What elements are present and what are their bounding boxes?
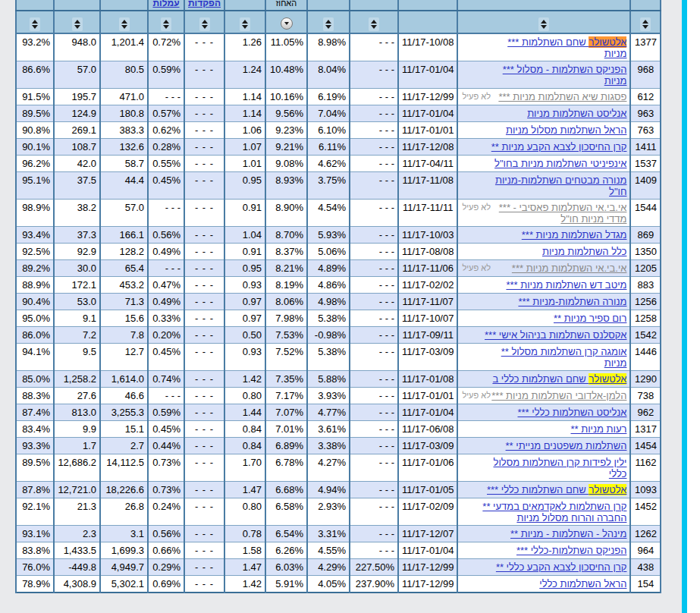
fund-link[interactable]: קרן החיסכון לצבא הקבע כללי ** [496,561,627,573]
fund-link[interactable]: כלל השתלמות מניות [542,246,627,257]
cell-id: 962 [630,404,661,421]
cell-c6: 1.70 [224,454,265,482]
cell-c4: 0.59% [148,404,184,421]
sort-up-down-icon[interactable] [640,17,651,31]
cell-id: 1409 [630,172,661,200]
sort-up-down-icon[interactable] [538,17,549,31]
fund-link[interactable]: מיטב דש השתלמות מניות *** [506,279,626,291]
fund-link[interactable]: הפניקס השתלמות-כללי *** [516,545,626,556]
fund-link[interactable]: רום ספיר מניות ** [554,313,626,324]
cell-date: 11/17-03/09 [398,344,457,371]
sort-cell-c3 [100,11,148,33]
fund-link[interactable]: מנורה השתלמות-מניות *** [518,296,626,307]
fund-link[interactable]: אלטשולר שחם השתלמות כללי *** [487,484,626,495]
header-fund-name [457,0,630,11]
cell-c1: 92.5% [16,244,54,260]
fund-link[interactable]: אלטשולר שחם השתלמות כללי ב [492,373,626,385]
fund-link[interactable]: קרן השתלמות לאקדמאים במדעי **החברה והרוח… [461,501,626,523]
fund-name-line2: מניות [461,357,626,369]
fund-link[interactable]: אנליסט השתלמות כללי *** [517,407,626,418]
sort-up-down-icon[interactable] [119,17,130,31]
fund-link[interactable]: פסגות שיא השתלמות מניות *** [498,91,626,102]
cell-c4: 0.45% [148,172,184,200]
fund-row: 1409מנורה מבטחים השתלמות-מניותחו"ל11/17-… [16,172,661,200]
fund-name-text: אי.בי.אי השתלמות פאסיבי - *** [499,202,627,213]
cell-c6: 0.80 [224,388,265,404]
fund-link[interactable]: אקסלנס השתלמות בניהול אישי *** [485,329,626,341]
fund-link[interactable]: אלטשולר שחם השתלמות ***מניות [461,36,626,59]
fund-row: 1411קרן החיסכון לצבא הקבע מניות **11/17-… [16,139,661,156]
fund-link[interactable]: הראל השתלמות כללי [539,578,626,589]
cell-c2: 12,721.0 [54,482,100,498]
cell-c2: 195.7 [54,89,100,105]
sort-up-down-icon[interactable] [369,17,379,31]
circle-chevron-down-icon[interactable] [281,17,293,30]
cell-c8: 3.61% [307,421,350,438]
cell-c5: - - - [184,33,224,61]
cell-date: 11/17-01/04 [398,61,457,89]
cell-date: 11/17-12/99 [398,559,457,576]
deposits-header-link[interactable]: הפקדות [188,0,221,8]
fund-link[interactable]: מנורה מבטחים השתלמות-מניותחו"ל [461,174,626,197]
sort-up-down-icon[interactable] [240,17,250,31]
cell-c4: 0.66% [148,542,184,559]
fund-link[interactable]: אומגה קרן השתלמות מסלול **מניות [461,346,626,369]
cell-c7: 6.58% [265,498,307,526]
fund-row: 1350כלל השתלמות מניות11/17-08/08- - -5.0… [16,244,661,260]
cell-name: הראל השתלמות מסלול מניות [457,122,630,139]
fund-link[interactable]: אי.בי.אי השתלמות מניות *** [512,262,627,274]
cell-c1: 92.1% [16,498,54,526]
cell-id: 1452 [630,498,661,526]
fund-name-text: רעות מניות ** [571,423,627,435]
cell-name: כלל השתלמות מניות [457,244,630,260]
fund-link[interactable]: מינהל - השתלמות - מניות ** [510,528,626,539]
header-c3 [100,0,148,11]
cell-c5: - - - [184,344,224,371]
cell-c2: 9.5 [54,344,100,371]
fund-link[interactable]: הלמן-אלדובי השתלמות מניות *** [491,390,626,401]
fund-row: 964הפניקס השתלמות-כללי ***11/17-01/04- -… [16,542,661,559]
cell-c5: - - - [184,388,224,404]
fund-link[interactable]: ילין לפידות קרן השתלמות מסלולכללי [461,457,626,479]
cell-c6: 0.50 [224,327,265,344]
cell-c1: 90.1% [16,139,54,156]
fund-name-text: ילין לפידות קרן השתלמות מסלול [494,457,627,468]
cell-id: 1411 [630,139,661,156]
cell-c2: 1.7 [54,438,100,454]
sort-up-down-icon[interactable] [199,17,210,31]
fund-link[interactable]: השתלמות משפטנים מנייתי ** [506,440,627,451]
fund-row: 962אנליסט השתלמות כללי ***11/17-01/04- -… [16,404,661,421]
cell-id: 154 [630,576,661,593]
cell-c9: - - - [350,388,398,404]
cell-c6: 1.47 [224,559,265,576]
cell-c8: 3.93% [307,388,350,404]
fees-header-link[interactable]: עמלות [152,0,179,8]
cell-name: לא פעילהלמן-אלדובי השתלמות מניות *** [457,388,630,404]
header-c1 [16,0,54,11]
cell-c9: - - - [350,542,398,559]
cell-c7: 10.16% [265,89,307,105]
cell-c3: 1,614.0 [100,371,148,388]
fund-name-text: הפניקס השתלמות - מסלול *** [503,64,627,75]
fund-link[interactable]: רעות מניות ** [571,423,627,435]
cell-c1: 83.4% [16,421,54,438]
fund-link[interactable]: אינפיניטי השתלמות מניות בחו"ל [494,158,626,169]
fund-link[interactable]: אנליסט השתלמות מניות [527,108,626,119]
cell-c3: 1,699.3 [100,542,148,559]
fund-link[interactable]: מגדל השתלמות מניות *** [522,229,627,240]
cell-c6: 0.93 [224,344,265,371]
sort-up-down-icon[interactable] [72,17,83,31]
cell-c2: 30.0 [54,260,100,277]
cell-c2: 172.1 [54,277,100,294]
cell-c1: 96.2% [16,156,54,172]
sort-up-down-icon[interactable] [323,17,334,31]
fund-link[interactable]: קרן החיסכון לצבא הקבע מניות ** [491,141,627,152]
cell-c1: 89.2% [16,260,54,277]
sort-up-down-icon[interactable] [161,17,171,31]
not-active-badge: לא פעיל [462,92,491,101]
fund-link[interactable]: הראל השתלמות מסלול מניות [506,124,627,136]
sort-up-down-icon[interactable] [30,17,40,31]
cell-c3: 5,302.1 [100,576,148,593]
cell-c9: - - - [350,454,398,482]
fund-link[interactable]: הפניקס השתלמות - מסלול ***מניות [461,64,626,86]
